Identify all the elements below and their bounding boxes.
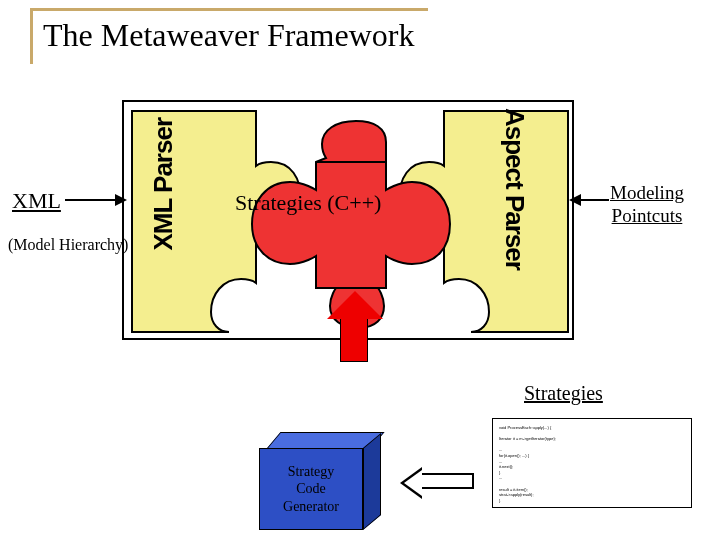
arrow-xml-in xyxy=(65,199,125,201)
arrow-pointcuts-in xyxy=(571,199,609,201)
red-arrow-up xyxy=(340,316,368,362)
strategies-heading: Strategies xyxy=(524,382,603,405)
arrow-code-to-generator xyxy=(420,473,474,489)
model-hierarchy-label: (Model Hierarchy) xyxy=(8,236,128,254)
strategies-cpp-label: Strategies (C++) xyxy=(235,190,381,216)
aspect-parser-label: Aspect Parser xyxy=(499,108,530,270)
slide-title: The Metaweaver Framework xyxy=(30,8,428,64)
modeling-pointcuts-label: Modeling Pointcuts xyxy=(610,182,684,228)
xml-label: XML xyxy=(12,188,61,214)
xml-parser-label: XML Parser xyxy=(148,118,179,251)
strategy-code-snippet: void ProcessEach::apply(...) { Iterator … xyxy=(492,418,692,508)
